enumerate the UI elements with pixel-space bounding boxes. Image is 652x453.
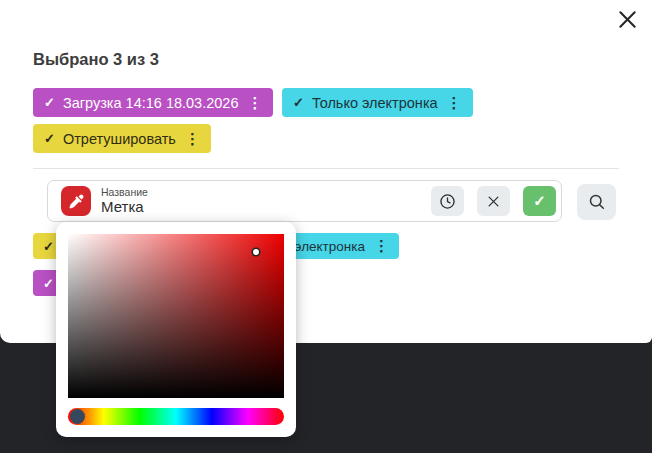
hue-slider[interactable] (68, 408, 284, 425)
check-icon: ✓ (293, 95, 304, 110)
page-title: Выбрано 3 из 3 (33, 50, 159, 69)
name-field-wrap: Название (101, 186, 418, 216)
chip-label: Отретушировать (63, 131, 176, 147)
chip-label: Только электронка (312, 95, 438, 111)
hue-slider-thumb[interactable] (70, 409, 85, 424)
name-field-label: Название (101, 186, 418, 198)
close-button[interactable] (613, 5, 641, 33)
saturation-cursor[interactable] (253, 249, 259, 255)
name-input[interactable] (101, 198, 418, 216)
chip-label: Загрузка 14:16 18.03.2026 (63, 95, 239, 111)
check-icon: ✓ (43, 276, 54, 291)
label-editor-card: Название ✓ (47, 180, 562, 222)
page: { "header": { "title": "Выбрано 3 из 3" … (0, 0, 652, 453)
check-icon: ✓ (533, 192, 546, 210)
kebab-menu-icon[interactable]: ⋮ (185, 130, 200, 148)
history-button[interactable] (431, 186, 464, 216)
kebab-menu-icon[interactable]: ⋮ (247, 94, 262, 112)
check-icon: ✓ (44, 131, 55, 146)
check-icon: ✓ (44, 95, 55, 110)
x-icon (486, 194, 501, 209)
kebab-menu-icon[interactable]: ⋮ (374, 237, 389, 255)
clear-button[interactable] (477, 186, 510, 216)
clock-icon (438, 192, 457, 211)
chip-upload-date[interactable]: ✓ Загрузка 14:16 18.03.2026 ⋮ (33, 88, 273, 117)
close-icon (616, 8, 639, 31)
saturation-area[interactable] (68, 234, 284, 398)
color-swatch-button[interactable] (61, 186, 91, 216)
chip-retouch[interactable]: ✓ Отретушировать ⋮ (33, 124, 211, 153)
search-icon (587, 192, 607, 212)
eyedropper-icon (68, 193, 85, 210)
check-icon: ✓ (43, 239, 54, 254)
section-divider (33, 168, 619, 169)
search-button[interactable] (577, 184, 616, 220)
confirm-button[interactable]: ✓ (523, 186, 556, 216)
chip-electronic-only[interactable]: ✓ Только электронка ⋮ (282, 88, 473, 117)
kebab-menu-icon[interactable]: ⋮ (447, 94, 462, 112)
color-picker-popup (56, 222, 296, 437)
